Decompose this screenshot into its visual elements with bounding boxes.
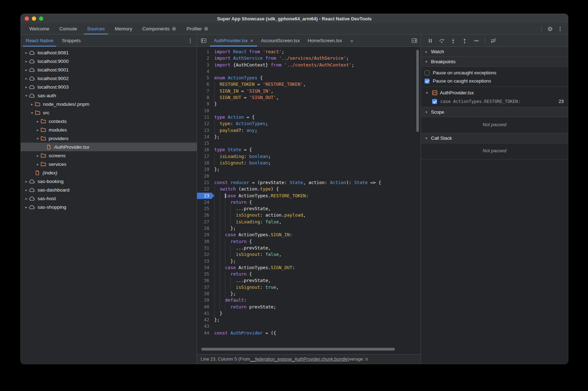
line-number[interactable]: 13 bbox=[197, 127, 214, 134]
code-line-7[interactable]: 7 SIGN_IN = 'SIGN_IN', bbox=[197, 88, 421, 94]
hide-navigator-button[interactable] bbox=[197, 35, 210, 46]
code-line-40[interactable]: 40 return prevState; bbox=[197, 304, 421, 310]
expander-collapsed-icon[interactable]: ▸ bbox=[35, 119, 40, 123]
line-number[interactable]: 42 bbox=[197, 317, 214, 323]
expander-collapsed-icon[interactable]: ▸ bbox=[35, 154, 40, 158]
main-menu-button[interactable] bbox=[556, 25, 564, 33]
checkbox-checked[interactable] bbox=[432, 99, 437, 104]
line-number[interactable]: 39 bbox=[197, 297, 214, 303]
line-number[interactable]: 19 bbox=[197, 166, 214, 173]
code-line-1[interactable]: 1import React from 'react'; bbox=[197, 49, 421, 55]
deactivate-breakpoints-button[interactable] bbox=[488, 36, 499, 45]
code-line-20[interactable]: 20 bbox=[197, 173, 421, 179]
code-line-26[interactable]: 26 isSignout: action.payload, bbox=[197, 212, 421, 218]
code-line-43[interactable]: 43 bbox=[197, 323, 421, 330]
code-line-34[interactable]: 34 case ActionTypes.SIGN_OUT: bbox=[197, 264, 421, 271]
code-editor[interactable]: 1import React from 'react';2import AuthS… bbox=[197, 47, 421, 354]
code-line-4[interactable]: 4 bbox=[197, 68, 421, 75]
code-line-6[interactable]: 6 RESTORE_TOKEN = 'RESTORE_TOKEN', bbox=[197, 81, 421, 88]
expander-collapsed-icon[interactable]: ▸ bbox=[35, 162, 40, 166]
settings-button[interactable] bbox=[546, 25, 554, 33]
code-line-10[interactable]: 10 bbox=[197, 108, 421, 114]
tab-components[interactable]: Components bbox=[137, 23, 182, 34]
close-window-button[interactable] bbox=[25, 16, 29, 21]
code-line-35[interactable]: 35 return { bbox=[197, 271, 421, 277]
line-number[interactable]: 34 bbox=[197, 264, 214, 271]
code-line-14[interactable]: 14}; bbox=[197, 134, 421, 140]
expander-collapsed-icon[interactable]: ▸ bbox=[24, 205, 29, 209]
line-number[interactable]: 35 bbox=[197, 271, 214, 277]
code-line-18[interactable]: 18 isSignout: boolean; bbox=[197, 160, 421, 166]
code-line-16[interactable]: 16type State = { bbox=[197, 147, 421, 153]
line-number[interactable]: 7 bbox=[197, 88, 214, 94]
tree-item-providers[interactable]: ▾providers bbox=[21, 134, 197, 143]
code-line-23[interactable]: 23 case ActionTypes.RESTORE_TOKEN: bbox=[197, 193, 421, 199]
tree-item-contexts[interactable]: ▸contexts bbox=[21, 117, 197, 125]
code-line-22[interactable]: 22 switch (action.type) { bbox=[197, 186, 421, 192]
expander-collapsed-icon[interactable]: ▸ bbox=[24, 197, 29, 201]
tree-item-sas-auth[interactable]: ▾sas-auth bbox=[21, 91, 197, 100]
line-number[interactable]: 22 bbox=[197, 186, 214, 192]
line-number[interactable]: 36 bbox=[197, 277, 214, 284]
line-number[interactable]: 17 bbox=[197, 153, 214, 160]
tree-item-localhost-8081[interactable]: ▸localhost:8081 bbox=[21, 48, 197, 57]
line-number[interactable]: 15 bbox=[197, 140, 214, 147]
expander-collapsed-icon[interactable]: ▸ bbox=[35, 128, 40, 132]
line-number[interactable]: 5 bbox=[197, 75, 214, 81]
tab-profiler[interactable]: Profiler bbox=[181, 23, 214, 34]
expander-expanded-icon[interactable]: ▾ bbox=[35, 137, 40, 140]
line-number[interactable]: 14 bbox=[197, 134, 214, 140]
zoom-window-button[interactable] bbox=[39, 16, 43, 21]
line-number[interactable]: 11 bbox=[197, 114, 214, 120]
line-number[interactable]: 40 bbox=[197, 304, 214, 310]
code-line-27[interactable]: 27 isLoading: false, bbox=[197, 219, 421, 225]
navigator-tab-snippets[interactable]: Snippets bbox=[58, 35, 85, 46]
tree-item-modules[interactable]: ▸modules bbox=[21, 125, 197, 134]
code-line-12[interactable]: 12 type: ActionTypes; bbox=[197, 120, 421, 127]
code-line-32[interactable]: 32 isSignout: false, bbox=[197, 251, 421, 258]
tab-sources[interactable]: Sources bbox=[82, 23, 110, 34]
code-line-2[interactable]: 2import AuthService from '../services/Au… bbox=[197, 55, 421, 61]
line-number[interactable]: 37 bbox=[197, 284, 214, 291]
line-number[interactable]: 44 bbox=[197, 330, 214, 335]
tree-item-sas-host[interactable]: ▸sas-host bbox=[21, 194, 197, 203]
code-line-36[interactable]: 36 ...prevState, bbox=[197, 277, 421, 284]
tree-item-sas-dashboard[interactable]: ▸sas-dashboard bbox=[21, 185, 197, 194]
pause-button[interactable] bbox=[425, 36, 436, 45]
expander-collapsed-icon[interactable]: ▸ bbox=[24, 188, 29, 192]
code-line-8[interactable]: 8 SIGN_OUT = 'SIGN_OUT', bbox=[197, 94, 421, 101]
line-number[interactable]: 21 bbox=[197, 179, 214, 186]
line-number[interactable]: 24 bbox=[197, 199, 214, 206]
line-number[interactable]: 38 bbox=[197, 291, 214, 297]
code-line-29[interactable]: 29 case ActionTypes.SIGN_IN: bbox=[197, 232, 421, 238]
line-number[interactable]: 10 bbox=[197, 108, 214, 114]
bundle-link[interactable]: __federation_expose_AuthProvider.chunk.b… bbox=[250, 357, 348, 362]
editor-tab-accountscreen-tsx[interactable]: AccountScreen.tsx bbox=[257, 35, 304, 46]
tree-item-src[interactable]: ▾src bbox=[21, 108, 197, 117]
expander-collapsed-icon[interactable]: ▸ bbox=[24, 179, 29, 183]
code-line-19[interactable]: 19}; bbox=[197, 166, 421, 173]
code-line-21[interactable]: 21const reducer = (prevState: State, act… bbox=[197, 179, 421, 186]
breakpoint-file-row[interactable]: ▾AuthProvider.tsx bbox=[421, 88, 568, 97]
editor-tab-authprovider-tsx[interactable]: AuthProvider.tsx× bbox=[210, 35, 257, 46]
code-line-41[interactable]: 41 } bbox=[197, 310, 421, 317]
code-line-3[interactable]: 3import {AuthContext} from '../contexts/… bbox=[197, 62, 421, 68]
breakpoint-marker[interactable]: 23 bbox=[197, 193, 214, 199]
line-number[interactable]: 27 bbox=[197, 219, 214, 225]
line-number[interactable]: 1 bbox=[197, 49, 214, 55]
line-number[interactable]: 41 bbox=[197, 310, 214, 317]
minimize-window-button[interactable] bbox=[32, 16, 36, 21]
line-number[interactable]: 18 bbox=[197, 160, 214, 166]
line-number[interactable]: 29 bbox=[197, 232, 214, 238]
checkbox-checked[interactable] bbox=[425, 79, 430, 84]
code-line-30[interactable]: 30 return { bbox=[197, 238, 421, 245]
line-number[interactable]: 33 bbox=[197, 258, 214, 264]
step-into-button[interactable] bbox=[447, 36, 459, 45]
line-number[interactable]: 25 bbox=[197, 206, 214, 212]
vertical-scrollbar[interactable] bbox=[416, 50, 419, 132]
code-line-38[interactable]: 38 }; bbox=[197, 291, 421, 297]
tree-item-sas-booking[interactable]: ▸sas-booking bbox=[21, 177, 197, 185]
expander-collapsed-icon[interactable]: ▸ bbox=[24, 59, 29, 63]
code-line-42[interactable]: 42}; bbox=[197, 317, 421, 323]
line-number[interactable]: 6 bbox=[197, 81, 214, 88]
